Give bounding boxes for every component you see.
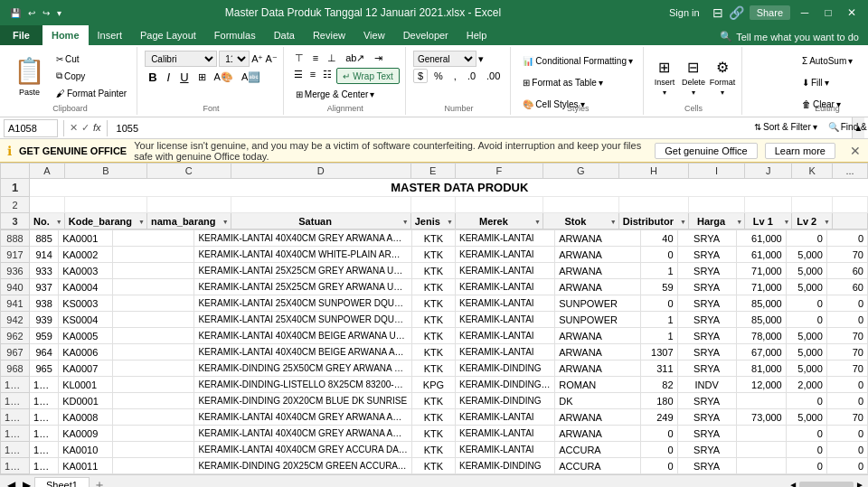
font-name-select[interactable]: Calibri: [145, 51, 217, 67]
tab-review[interactable]: Review: [304, 25, 354, 45]
table-row[interactable]: 10361033KL0001KERAMIK-DINDING-LISTELLO 8…: [1, 377, 868, 393]
sort-filter-button[interactable]: ⇅ Sort & Filter ▾: [750, 117, 822, 136]
header-jenis[interactable]: Jenis: [410, 213, 455, 229]
currency-button[interactable]: $: [413, 69, 428, 83]
table-row[interactable]: 940937KA0004KERAMIK-LANTAI 25X25CM GREY …: [1, 279, 868, 295]
number-format-select[interactable]: General: [413, 51, 476, 67]
tab-developer[interactable]: Developer: [394, 25, 458, 45]
font-size-select[interactable]: 11: [219, 51, 250, 67]
fill-button[interactable]: ⬇ Fill ▾: [797, 72, 857, 92]
tab-insert[interactable]: Insert: [89, 25, 132, 45]
decimal-increase-button[interactable]: .0: [463, 69, 480, 83]
col-header-F[interactable]: F: [455, 164, 542, 179]
table-row[interactable]: 10431040KA0008KERAMIK-LANTAI 40X40CM GRE…: [1, 409, 868, 426]
align-left-button[interactable]: ☰: [291, 68, 306, 84]
wrap-text-button[interactable]: ↵ Wrap Text: [336, 68, 400, 84]
tab-file[interactable]: File: [0, 25, 42, 45]
align-top-button[interactable]: ⊤: [291, 51, 307, 66]
orientation-button[interactable]: ab↗: [342, 51, 368, 66]
indent-increase-button[interactable]: ⇥: [371, 51, 386, 66]
undo-icon[interactable]: ↩: [25, 7, 38, 19]
sheet-nav-left[interactable]: ◀: [4, 479, 19, 488]
table-row[interactable]: 967964KA0006KERAMIK-LANTAI 40X40CM BEIGE…: [1, 344, 868, 361]
align-center-button[interactable]: ≡: [307, 68, 318, 84]
align-middle-button[interactable]: ≡: [309, 51, 322, 66]
redo-icon[interactable]: ↪: [40, 7, 52, 19]
restore-button[interactable]: □: [819, 4, 837, 22]
table-row[interactable]: 10461043KA0009KERAMIK-LANTAI 40X40CM GRE…: [1, 426, 868, 442]
header-no[interactable]: No.: [30, 213, 65, 229]
tab-help[interactable]: Help: [458, 25, 496, 45]
formula-cancel-icon[interactable]: ✕: [70, 122, 78, 134]
underline-button[interactable]: U: [176, 69, 192, 86]
learn-more-button[interactable]: Learn more: [765, 143, 835, 159]
header-lv1[interactable]: Lv 1: [745, 213, 792, 229]
fill-color-button[interactable]: A🎨: [212, 70, 236, 84]
tab-home[interactable]: Home: [42, 25, 89, 45]
col-header-H[interactable]: H: [618, 164, 688, 179]
ribbon-toggle-icon[interactable]: ⊟: [712, 5, 723, 20]
horizontal-scroll[interactable]: ◄ ►: [788, 480, 864, 487]
format-button[interactable]: ⚙ Format ▾: [709, 56, 736, 99]
col-header-A[interactable]: A: [30, 164, 65, 179]
copy-button[interactable]: ⧉Copy: [52, 68, 131, 84]
col-header-E[interactable]: E: [410, 164, 455, 179]
col-header-L[interactable]: ...: [832, 164, 867, 179]
scroll-right-icon[interactable]: ►: [855, 480, 864, 487]
share-button[interactable]: Share: [750, 5, 790, 20]
percent-button[interactable]: %: [429, 69, 448, 83]
formula-check-icon[interactable]: ✓: [81, 122, 90, 134]
sort-dropdown-icon[interactable]: ▾: [813, 122, 817, 132]
horizontal-scrollbar[interactable]: [799, 482, 854, 488]
autosum-button[interactable]: Σ AutoSum ▾: [797, 51, 857, 70]
header-merek[interactable]: Merek: [455, 213, 542, 229]
header-lv2[interactable]: Lv 2: [792, 213, 833, 229]
merge-dropdown-icon[interactable]: ▾: [370, 89, 374, 99]
merge-center-button[interactable]: ⊞ Merge & Center ▾: [291, 86, 380, 102]
row-header-2[interactable]: 2: [1, 197, 30, 213]
header-stok[interactable]: Stok: [543, 213, 619, 229]
insert-dropdown-icon[interactable]: ▾: [663, 89, 666, 97]
cut-button[interactable]: ✂Cut: [52, 51, 131, 67]
format-as-table-button[interactable]: ⊞ Format as Table ▾: [518, 72, 637, 92]
table-row[interactable]: 941938KS0003KERAMIK-LANTAI 25X40CM SUNPO…: [1, 295, 868, 312]
table-row[interactable]: 10421039KD0001KERAMIK-DINDING 20X20CM BL…: [1, 393, 868, 409]
header-harga[interactable]: Harga: [688, 213, 744, 229]
table-row[interactable]: 888885KA0001KERAMIK-LANTAI 40X40CM GREY …: [1, 230, 868, 247]
tab-formulas[interactable]: Formulas: [205, 25, 265, 45]
table-row[interactable]: 917914KA0002KERAMIK-LANTAI 40X40CM WHITE…: [1, 247, 868, 263]
col-header-J[interactable]: J: [745, 164, 792, 179]
col-header-B[interactable]: B: [64, 164, 146, 179]
share-icon[interactable]: 🔗: [729, 5, 744, 20]
find-select-button[interactable]: 🔍 Find & Select ▾: [824, 117, 868, 136]
formula-input[interactable]: [113, 122, 848, 135]
format-painter-button[interactable]: 🖌Format Painter: [52, 85, 131, 101]
delete-dropdown-icon[interactable]: ▾: [692, 89, 695, 97]
comma-button[interactable]: ,: [449, 69, 461, 83]
table-row[interactable]: 10571054KA0011KERAMIK-DINDING 20X25CM GR…: [1, 458, 868, 474]
header-distributor[interactable]: Distributor: [618, 213, 688, 229]
number-format-dropdown-icon[interactable]: ▾: [478, 53, 484, 65]
format-dropdown-icon[interactable]: ▾: [721, 89, 724, 97]
align-right-button[interactable]: ☷: [320, 68, 335, 84]
insert-button[interactable]: ⊞ Insert ▾: [651, 56, 678, 99]
font-shrink-button[interactable]: A⁻: [265, 53, 277, 65]
sign-in-button[interactable]: Sign in: [662, 5, 707, 20]
tab-view[interactable]: View: [354, 25, 394, 45]
formula-fx-icon[interactable]: fx: [93, 122, 101, 134]
customize-icon[interactable]: ▾: [54, 7, 64, 19]
sheet-area[interactable]: A B C D E F G H I J K ... 1: [0, 163, 868, 474]
align-bottom-button[interactable]: ⊥: [324, 51, 340, 66]
table-row[interactable]: 942939KS0004KERAMIK-LANTAI 25X40CM SUNPO…: [1, 312, 868, 328]
tab-data[interactable]: Data: [265, 25, 304, 45]
font-grow-button[interactable]: A⁺: [251, 53, 263, 65]
col-header-I[interactable]: I: [688, 164, 744, 179]
col-header-K[interactable]: K: [792, 164, 833, 179]
col-header-C[interactable]: C: [147, 164, 231, 179]
table-row[interactable]: 10561053KA0010KERAMIK-LANTAI 40X40CM GRE…: [1, 442, 868, 458]
row-header-1[interactable]: 1: [1, 179, 30, 197]
paste-button[interactable]: 📋 Paste: [9, 52, 50, 99]
delete-button[interactable]: ⊟ Delete ▾: [680, 56, 707, 99]
sheet-nav-right[interactable]: ▶: [19, 479, 34, 488]
minimize-button[interactable]: ─: [796, 4, 814, 22]
